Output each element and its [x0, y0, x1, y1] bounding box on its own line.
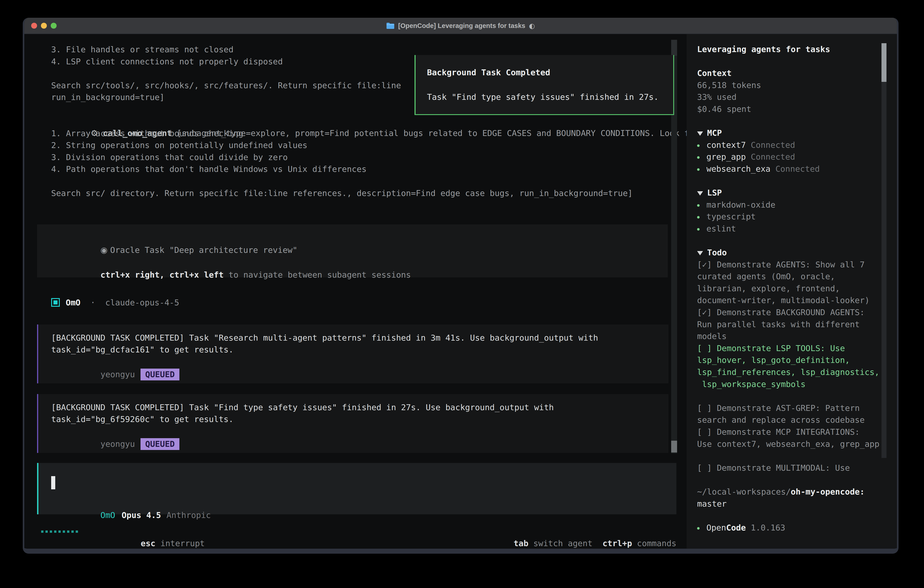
input-provider-name: Anthropic [167, 510, 211, 520]
text-cursor [51, 476, 55, 489]
prompt-input[interactable]: OmOOpus 4.5Anthropic [37, 463, 676, 514]
mcp-item: websearch_exa Connected [697, 163, 886, 175]
session-title: Leveraging agents for tasks [697, 43, 886, 56]
app-window: [OpenCode] Leveraging agents for tasks ◐… [23, 18, 899, 554]
todo-item-line-active: lsp_find_references, lsp_diagnostics, [697, 366, 886, 378]
toast-title: Background Task Completed [427, 68, 550, 77]
queued-status-badge: QUEUED [140, 438, 179, 450]
agent-header-row[interactable]: OmO · claude-opus-4-5 [51, 296, 179, 309]
shortcut-keys: ctrl+x right, ctrl+x left [101, 270, 224, 279]
todo-item-line: [✓] Demonstrate AGENTS: Show all 7 [697, 259, 886, 271]
chat-text-line: 1. Array access without bounds checking [51, 127, 243, 139]
collapse-triangle-icon [697, 131, 703, 136]
chat-text-line: Search src/tools/, src/hooks/, src/featu… [51, 79, 401, 91]
workspace-path: ~/local-workspaces/oh-my-opencode: [697, 486, 886, 498]
agent-name: OmO [66, 298, 81, 307]
keyboard-hints: tab switch agentctrl+p commands [464, 526, 676, 554]
separator-dot: · [86, 298, 100, 307]
task-user: yeongyu [101, 439, 135, 449]
context-tokens: 66,518 tokens [697, 79, 886, 91]
folder-icon [386, 22, 394, 29]
todo-item-line: [ ] Demonstrate MCP INTEGRATIONS: [697, 426, 886, 438]
window-content: 3. File handles or streams not closed 4.… [24, 34, 897, 549]
chat-scrollbar-thumb[interactable] [671, 441, 677, 453]
tool-call-args: [subagent_type=explore, prompt=Find pote… [177, 129, 699, 138]
lsp-item: markdown-oxide [697, 199, 886, 211]
desktop: { "colors": { "toast_green": "#54bd68", … [0, 0, 924, 588]
tab-key-label: tab [514, 538, 528, 548]
status-dot-icon [697, 527, 700, 530]
agent-checkbox-icon [51, 298, 60, 307]
toast-body: Task "Find type safety issues" finished … [427, 92, 659, 102]
mcp-section-header[interactable]: MCP [697, 127, 886, 139]
chat-text-line: 3. File handles or streams not closed [51, 44, 234, 56]
todo-item-line: [ ] Demonstrate AST-GREP: Pattern [697, 402, 886, 414]
title-bar[interactable]: [OpenCode] Leveraging agents for tasks ◐ [24, 18, 897, 34]
background-task-message: [BACKGROUND TASK COMPLETED] Task "Find t… [37, 394, 668, 453]
background-task-toast[interactable]: Background Task Completed Task "Find typ… [414, 55, 674, 115]
task-message-line: [BACKGROUND TASK COMPLETED] Task "Find t… [51, 403, 554, 412]
bullseye-icon: ◉ [101, 245, 110, 255]
status-dot-icon [697, 204, 700, 207]
chat-text-line: run_in_background=true] [51, 91, 165, 103]
todo-item-line: models [697, 330, 886, 342]
todo-item-line: librarian, explore, frontend, [697, 282, 886, 295]
todo-item-line: [ ] Demonstrate MULTIMODAL: Use [697, 462, 886, 474]
queued-status-badge: QUEUED [140, 368, 179, 380]
status-dot-icon [697, 228, 700, 231]
chat-text-line: 4. Path operations that don't handle Win… [51, 163, 366, 175]
spinner-icon [41, 530, 78, 533]
task-user: yeongyu [101, 370, 135, 379]
esc-key-label: esc [141, 538, 155, 548]
sidebar-scrollbar-track[interactable] [881, 43, 886, 458]
chat-text-line: 4. LSP client connections not properly d… [51, 56, 283, 68]
todo-item-line-active: lsp_hover, lsp_goto_definition, [697, 354, 886, 366]
chat-text-line: 2. String operations on potentially unde… [51, 139, 307, 151]
todo-item-line: document-writer, multimodal-looker) [697, 294, 886, 307]
input-model-name: Opus 4.5 [122, 510, 161, 520]
sidebar: Leveraging agents for tasks Context 66,5… [686, 34, 897, 549]
status-dot-icon [697, 156, 700, 159]
task-message-line: task_id="bg_6f59260c" to get results. [51, 415, 234, 424]
oracle-task-card: ◉ Oracle Task "Deep architecture review"… [37, 225, 668, 277]
lsp-item: typescript [697, 211, 886, 223]
chat-text-line: 3. Division operations that could divide… [51, 152, 288, 163]
todo-item-line: Run parallel tasks with different [697, 319, 886, 330]
todo-item-line: curated agents (OmO, oracle, [697, 271, 886, 282]
ctrlp-key-label: ctrl+p [602, 538, 632, 548]
oracle-task-title: ◉ Oracle Task "Deep architecture review" [51, 236, 297, 264]
sidebar-scrollbar-thumb[interactable] [881, 43, 886, 82]
status-dot-icon [697, 144, 700, 147]
task-message-line: [BACKGROUND TASK COMPLETED] Task "Resear… [51, 333, 598, 342]
task-message-line: task_id="bg_dcfac161" to get results. [51, 345, 234, 354]
todo-item-line: [✓] Demonstrate BACKGROUND AGENTS: [697, 307, 886, 319]
input-agent-name: OmO [101, 510, 115, 520]
window-title-text: [OpenCode] Leveraging agents for tasks [398, 22, 525, 30]
status-bar: esc interrupt tab switch agentctrl+p com… [24, 526, 676, 537]
todo-item-line: Use context7, websearch_exa, grep_app [697, 438, 886, 450]
half-moon-icon: ◐ [529, 22, 535, 30]
todo-item-line-active: lsp_workspace_symbols [697, 378, 886, 390]
status-dot-icon [697, 216, 700, 218]
todo-section-header[interactable]: Todo [697, 247, 886, 259]
model-row: OmOOpus 4.5Anthropic [51, 501, 211, 529]
collapse-triangle-icon [697, 191, 703, 195]
background-task-message: [BACKGROUND TASK COMPLETED] Task "Resear… [37, 324, 668, 383]
lsp-section-header[interactable]: LSP [697, 187, 886, 199]
chat-scrollbar-top-segment[interactable] [671, 40, 677, 56]
subagent-navigation-hint: ctrl+x right, ctrl+x left to navigate be… [51, 261, 411, 289]
workspace-branch: master [697, 498, 886, 510]
context-heading: Context [697, 67, 886, 79]
lsp-item: eslint [697, 223, 886, 235]
mcp-item: context7 Connected [697, 139, 886, 151]
todo-item-line-active: [ ] Demonstrate LSP TOOLS: Use [697, 342, 886, 355]
chat-text-line: Search src/ directory. Return specific f… [51, 187, 633, 199]
agent-model: claude-opus-4-5 [105, 298, 179, 307]
context-spent: $0.46 spent [697, 103, 886, 115]
mcp-item: grep_app Connected [697, 151, 886, 163]
app-version: OpenCode 1.0.163 [697, 522, 886, 534]
context-used: 33% used [697, 91, 886, 103]
interrupt-hint: esc interrupt [91, 526, 205, 554]
collapse-triangle-icon [697, 251, 703, 255]
window-title: [OpenCode] Leveraging agents for tasks ◐ [24, 18, 897, 34]
